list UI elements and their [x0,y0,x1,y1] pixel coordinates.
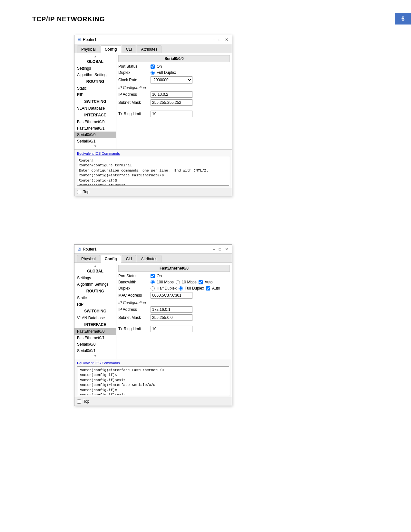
sidebar-item-rip-1[interactable]: RIP [74,92,116,98]
ip-address-label-2: IP Address [118,307,151,312]
subnet-mask-row-2: Subnet Mask [118,314,230,321]
half-duplex-text-2: Half Duplex [157,286,177,291]
scroll-up-1[interactable]: ▲ [74,54,116,58]
ip-address-row-2: IP Address [118,306,230,313]
subnet-mask-input-2[interactable] [151,314,192,321]
mac-address-input-2[interactable] [151,292,192,299]
ios-terminal-1[interactable]: Router# Router#configure terminal Enter … [77,157,229,186]
sidebar-item-serial01-1[interactable]: Serial0/0/1 [74,138,116,144]
tx-ring-input-2[interactable] [151,326,192,332]
sidebar-header-routing-2: ROUTING [74,288,116,295]
sidebar-item-static-1[interactable]: Static [74,85,116,92]
port-status-value-2: On [151,274,230,278]
sidebar-item-static-2[interactable]: Static [74,295,116,301]
sidebar-item-fe00-2[interactable]: FastEthernet0/0 [74,328,116,335]
sidebar-header-switching-2: SWITCHING [74,308,116,315]
full-duplex-radio-1[interactable] [151,71,155,75]
ip-address-input-2[interactable] [151,306,192,313]
top-check-2: Top [74,397,232,406]
tab-physical-1[interactable]: Physical [77,45,100,53]
tx-ring-input-1[interactable] [151,111,192,117]
sidebar-item-settings-2[interactable]: Settings [74,275,116,281]
top-label-2: Top [83,399,89,404]
tab-attributes-2[interactable]: Attributes [137,255,161,262]
sidebar-header-routing-1: ROUTING [74,78,116,85]
router-window-2: 🖥 Router1 – □ ✕ Physical Config CLI Attr… [74,244,232,406]
sidebar-item-algorithm-2[interactable]: Algorithm Settings [74,281,116,288]
sidebar-item-settings-1[interactable]: Settings [74,65,116,72]
close-button-1[interactable]: ✕ [224,37,229,42]
mac-address-row-2: MAC Address [118,292,230,299]
port-status-row-1: Port Status On [118,64,230,69]
minimize-button-1[interactable]: – [212,37,216,42]
tab-config-1[interactable]: Config [101,45,121,53]
tx-ring-value-2 [151,326,230,332]
window-title-1: Router1 [83,37,97,42]
sidebar-item-fe01-1[interactable]: FastEthernet0/1 [74,125,116,132]
sidebar-item-serial01-2[interactable]: Serial0/0/1 [74,348,116,354]
duplex-label-1: Duplex [118,70,151,75]
tx-ring-value-1 [151,111,230,117]
main-content-1: ▲ GLOBAL Settings Algorithm Settings ROU… [74,53,232,149]
top-check-1: Top [74,188,232,196]
sidebar-item-vlan-2[interactable]: VLAN Database [74,315,116,321]
sidebar-item-serial00-1[interactable]: Serial0/0/0 [74,132,116,138]
bandwidth-value-2: 100 Mbps 10 Mbps Auto [151,280,230,284]
subnet-mask-label-1: Subnet Mask [118,100,151,105]
port-status-text-2: On [157,274,162,278]
bw-auto-checkbox-2[interactable] [199,280,203,284]
clock-rate-row-1: Clock Rate 2000000 [118,76,230,84]
top-checkbox-1[interactable] [77,190,81,194]
mac-address-label-2: MAC Address [118,293,151,298]
ios-terminal-2[interactable]: Router(config)#interface FastEthernet0/0… [77,366,229,395]
ios-label-2[interactable]: Equivalent IOS Commands [77,361,229,365]
minimize-button-2[interactable]: – [212,247,216,251]
window-title-2: Router1 [83,247,97,251]
subnet-mask-input-1[interactable] [151,99,192,106]
bw-10-radio-2[interactable] [176,280,180,284]
subnet-mask-row-1: Subnet Mask [118,99,230,106]
close-button-2[interactable]: ✕ [224,247,229,251]
sidebar-item-fe01-2[interactable]: FastEthernet0/1 [74,335,116,341]
page-number: 6 [395,13,411,25]
bw-100-radio-2[interactable] [151,280,155,284]
sidebar-2: ▲ GLOBAL Settings Algorithm Settings ROU… [74,263,116,359]
scroll-up-2[interactable]: ▲ [74,264,116,268]
port-status-text-1: On [157,64,162,69]
ip-address-input-1[interactable] [151,91,192,98]
tab-cli-1[interactable]: CLI [122,45,136,53]
router-icon-1: 🖥 [77,37,82,42]
duplex-value-2: Half Duplex Full Duplex Auto [151,286,230,291]
sidebar-item-vlan-1[interactable]: VLAN Database [74,105,116,112]
tab-cli-2[interactable]: CLI [122,255,136,262]
port-status-checkbox-1[interactable] [151,64,155,69]
duplex-auto-checkbox-2[interactable] [206,286,210,291]
full-duplex-radio-2[interactable] [179,286,183,291]
port-status-label-2: Port Status [118,274,151,278]
maximize-button-1[interactable]: □ [218,37,222,42]
half-duplex-radio-2[interactable] [151,286,155,291]
top-checkbox-2[interactable] [77,399,81,404]
ios-label-1[interactable]: Equivalent IOS Commands [77,152,229,155]
sidebar-item-algorithm-1[interactable]: Algorithm Settings [74,72,116,78]
tx-ring-label-1: Tx Ring Limit [118,112,151,116]
ios-section-2: Equivalent IOS Commands Router(config)#i… [74,359,232,397]
bandwidth-radio-group-2: 100 Mbps 10 Mbps Auto [151,280,212,284]
sidebar-item-serial00-2[interactable]: Serial0/0/0 [74,341,116,348]
tab-attributes-1[interactable]: Attributes [137,45,161,53]
scroll-down-2[interactable]: ▼ [74,354,116,358]
sidebar-header-global-1: GLOBAL [74,58,116,65]
port-status-row-2: Port Status On [118,274,230,278]
port-status-checkbox-2[interactable] [151,274,155,278]
top-label-1: Top [83,190,89,194]
sidebar-item-fe00-1[interactable]: FastEthernet0/0 [74,119,116,125]
full-duplex-text-2: Full Duplex [185,286,204,291]
sidebar-item-rip-2[interactable]: RIP [74,301,116,308]
duplex-label-2: Duplex [118,286,151,291]
maximize-button-2[interactable]: □ [218,247,222,251]
scroll-down-1[interactable]: ▼ [74,144,116,148]
tab-config-2[interactable]: Config [101,255,121,263]
router-icon-2: 🖥 [77,247,82,252]
clock-rate-select-1[interactable]: 2000000 [151,76,192,84]
tab-physical-2[interactable]: Physical [77,255,100,262]
